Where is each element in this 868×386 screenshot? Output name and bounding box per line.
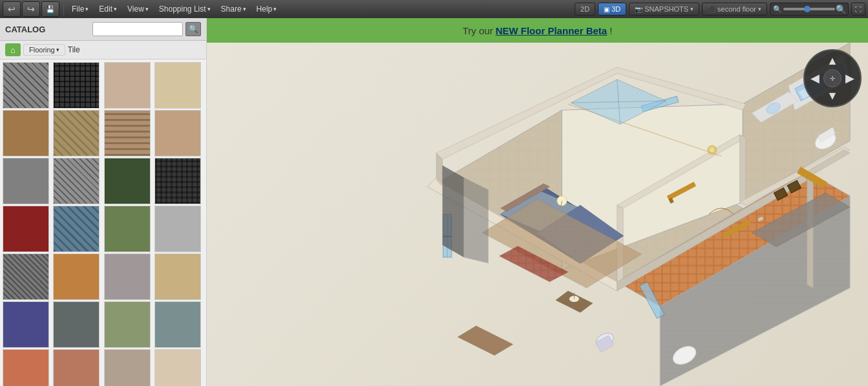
tile-item-7[interactable]	[104, 110, 151, 156]
svg-marker-28	[739, 134, 745, 205]
menu-shopping-list[interactable]: Shopping List ▾	[154, 0, 216, 18]
toolbar: ↩ ↪ 💾 File ▾ Edit ▾ View ▾ Shopping List…	[0, 0, 868, 18]
snapshots-button[interactable]: 📷 SNAPSHOTS ▾	[629, 3, 699, 16]
catalog-search: 🔍	[92, 22, 201, 36]
zoom-control: 🔍 🔍	[770, 3, 849, 16]
tile-item-4[interactable]	[154, 62, 201, 109]
zoom-slider[interactable]	[783, 8, 835, 10]
menu-help[interactable]: Help ▾	[251, 0, 282, 18]
tile-item-17[interactable]	[3, 253, 49, 300]
catalog-header: CATALOG 🔍	[0, 18, 206, 41]
menu-share[interactable]: Share ▾	[216, 0, 251, 18]
menu-file[interactable]: File ▾	[67, 0, 94, 18]
search-button[interactable]: 🔍	[185, 22, 201, 36]
undo-button[interactable]: ↩	[3, 1, 21, 17]
view-2d-button[interactable]: 2D	[575, 3, 595, 16]
svg-marker-81	[458, 326, 513, 356]
catalog-title: CATALOG	[5, 25, 45, 34]
redo-button[interactable]: ↪	[22, 1, 40, 17]
main-layout: CATALOG 🔍 ⌂ Flooring ▾ Tile Try our NEW …	[0, 18, 868, 386]
subcategory-label: Tile	[68, 45, 80, 54]
tile-item-20[interactable]	[154, 253, 201, 300]
tile-item-22[interactable]	[53, 301, 100, 348]
floor-selector[interactable]: ⬛ second floor ▾	[702, 3, 767, 16]
promo-link[interactable]: NEW Floor Planner Beta	[496, 25, 608, 36]
tile-item-28[interactable]	[154, 349, 201, 386]
svg-point-77	[710, 147, 715, 153]
menu-bar: File ▾ Edit ▾ View ▾ Shopping List ▾ Sha…	[67, 0, 282, 18]
tile-item-8[interactable]	[154, 110, 201, 156]
nav-circle: ▲ ▼ ◀ ▶ ✛	[803, 49, 862, 107]
tile-item-1[interactable]	[3, 62, 49, 109]
zoom-out-icon[interactable]: 🔍	[773, 5, 782, 14]
view-3d-button[interactable]: ▣ 3D	[598, 3, 626, 16]
category-bar: ⌂ Flooring ▾ Tile	[0, 41, 206, 59]
zoom-in-icon[interactable]: 🔍	[836, 4, 847, 14]
tile-item-26[interactable]	[53, 349, 100, 386]
svg-marker-32	[807, 175, 813, 288]
promo-bar: Try our NEW Floor Planner Beta !	[207, 18, 868, 43]
promo-text-before: Try our	[463, 25, 493, 36]
toolbar-right: 2D ▣ 3D 📷 SNAPSHOTS ▾ ⬛ second floor ▾ 🔍…	[575, 3, 865, 16]
tile-item-16[interactable]	[154, 206, 201, 252]
nav-right-button[interactable]: ▶	[842, 70, 858, 86]
navigation-control: ▲ ▼ ◀ ▶ ✛	[803, 49, 862, 107]
flooring-category-button[interactable]: Flooring ▾	[23, 44, 65, 56]
tile-item-3[interactable]	[104, 62, 151, 109]
tile-item-12[interactable]	[154, 158, 201, 204]
home-category-button[interactable]: ⌂	[5, 43, 21, 56]
zoom-thumb[interactable]	[804, 6, 810, 12]
nav-up-button[interactable]: ▲	[825, 53, 840, 69]
tile-item-21[interactable]	[3, 301, 49, 348]
floorplan-svg	[207, 43, 868, 386]
nav-down-button[interactable]: ▼	[825, 88, 840, 103]
menu-edit[interactable]: Edit ▾	[94, 0, 122, 18]
tile-item-27[interactable]	[104, 349, 151, 386]
left-panel: CATALOG 🔍 ⌂ Flooring ▾ Tile	[0, 18, 207, 386]
tile-item-10[interactable]	[53, 158, 100, 204]
tile-item-14[interactable]	[53, 206, 100, 252]
tile-item-6[interactable]	[53, 110, 100, 156]
tile-item-19[interactable]	[104, 253, 151, 300]
tile-item-15[interactable]	[104, 206, 151, 252]
save-button[interactable]: 💾	[41, 1, 59, 17]
nav-left-button[interactable]: ◀	[807, 70, 823, 86]
tile-item-18[interactable]	[53, 253, 100, 300]
tile-item-24[interactable]	[154, 301, 201, 348]
tile-item-25[interactable]	[3, 349, 49, 386]
tile-item-2[interactable]	[53, 62, 100, 109]
search-input[interactable]	[92, 22, 183, 36]
fullscreen-button[interactable]: ⛶	[851, 3, 865, 16]
tile-item-23[interactable]	[104, 301, 151, 348]
promo-text-after: !	[609, 25, 612, 36]
tile-item-9[interactable]	[3, 158, 49, 204]
nav-center-button[interactable]: ✛	[823, 69, 842, 87]
floorplan-area[interactable]: ▲ ▼ ◀ ▶ ✛	[207, 43, 868, 386]
separator-1	[63, 3, 64, 16]
tile-item-13[interactable]	[3, 206, 49, 252]
tile-item-11[interactable]	[104, 158, 151, 204]
viewport: Try our NEW Floor Planner Beta !	[207, 18, 868, 386]
menu-view[interactable]: View ▾	[122, 0, 154, 18]
tile-item-5[interactable]	[3, 110, 49, 156]
tile-grid	[0, 59, 206, 386]
svg-marker-50	[464, 178, 489, 264]
svg-marker-49	[443, 166, 464, 257]
